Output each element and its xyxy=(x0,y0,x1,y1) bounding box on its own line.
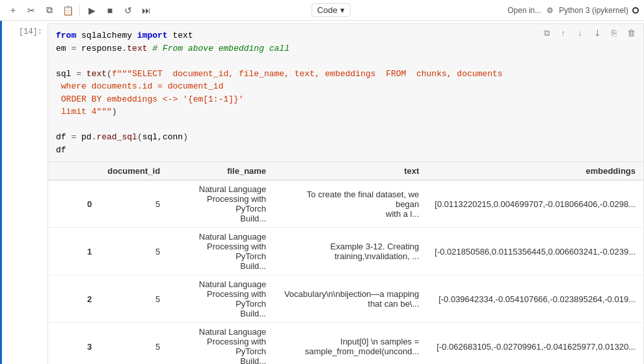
run-button[interactable]: ▶ xyxy=(84,3,100,18)
col-header-embeddings: embeddings xyxy=(427,162,643,180)
restart-button[interactable]: ↺ xyxy=(120,3,136,18)
cell-type-label: Code xyxy=(317,5,338,15)
kernel-circle-icon xyxy=(632,7,639,14)
divider xyxy=(79,5,80,16)
move-up-icon[interactable]: ↑ xyxy=(556,27,570,41)
table-row: 0 5 Natural LanguageProcessing with PyTo… xyxy=(48,180,643,228)
cut-button[interactable]: ✂ xyxy=(23,3,39,18)
cell-text-3: Input[0] \n samples =sample_from_model(u… xyxy=(274,323,427,365)
cell-idx-2: 2 xyxy=(48,275,100,323)
cell-doc-id-0: 5 xyxy=(100,180,168,228)
table-row: 2 5 Natural LanguageProcessing with PyTo… xyxy=(48,275,643,323)
table-row: 1 5 Natural LanguageProcessing with PyTo… xyxy=(48,228,643,275)
cell-text-1: Example 3-12. Creatingtraining,\nvalidat… xyxy=(274,228,427,275)
table-row: 3 5 Natural LanguageProcessing with PyTo… xyxy=(48,323,643,365)
code-line-2: em = response.text # From above embeddin… xyxy=(56,44,289,53)
code-line-6: limit 4""") xyxy=(56,107,117,117)
toolbar-center: Code ▾ xyxy=(158,3,503,17)
dataframe-table: document_id file_name text embeddings 0 … xyxy=(48,162,643,364)
cell-embeddings-2: [-0.039642334,-0.054107666,-0.023895264,… xyxy=(427,275,643,323)
stop-button[interactable]: ■ xyxy=(102,3,118,18)
move-down-icon[interactable]: ↓ xyxy=(573,27,587,41)
cell-doc-id-2: 5 xyxy=(100,275,168,323)
cell-content-14: ⧉ ↑ ↓ ⤓ ⎘ 🗑 from sqlalchemy import text … xyxy=(47,21,644,364)
code-cell-14: [14]: ⧉ ↑ ↓ ⤓ ⎘ 🗑 from sqlalchemy import… xyxy=(0,21,644,364)
add-cell-above-button[interactable]: ＋ xyxy=(5,3,21,18)
cell-embeddings-3: [-0.062683105,-0.02709961,-0.041625977,0… xyxy=(427,323,643,365)
cell-embeddings-0: [0.0113220215,0.004699707,-0.018066406,-… xyxy=(427,180,643,228)
table-header-row: document_id file_name text embeddings xyxy=(48,162,643,180)
delete-icon[interactable]: 🗑 xyxy=(624,27,638,41)
cell-file-name-3: Natural LanguageProcessing with PyTorchB… xyxy=(168,323,274,365)
code-line-4: where documents.id = document_id xyxy=(56,81,223,91)
code-line-7: df = pd.read_sql(sql,conn) xyxy=(56,132,188,142)
cell-doc-id-3: 5 xyxy=(100,323,168,365)
cell-file-name-2: Natural LanguageProcessing with PyTorchB… xyxy=(168,275,274,323)
code-line-1: from sqlalchemy import text xyxy=(56,31,193,40)
copy-cell-icon[interactable]: ⧉ xyxy=(539,27,554,41)
cell-number-14: [14]: xyxy=(2,21,47,364)
col-header-file-name: file_name xyxy=(168,162,274,180)
cell-file-name-0: Natural LanguageProcessing with PyTorchB… xyxy=(168,180,274,228)
cell-doc-id-1: 5 xyxy=(100,228,168,275)
paste-button[interactable]: 📋 xyxy=(60,3,75,18)
download-icon[interactable]: ⤓ xyxy=(590,27,604,41)
cell-idx-3: 3 xyxy=(48,323,100,365)
cell-embeddings-1: [-0.021850586,0.0115356445,0.006603241,-… xyxy=(427,228,643,275)
toolbar-left: ＋ ✂ ⧉ 📋 ▶ ■ ↺ ⏭ xyxy=(5,3,154,18)
code-line-8: df xyxy=(56,145,66,155)
output-14: document_id file_name text embeddings 0 … xyxy=(47,162,644,364)
chevron-down-icon: ▾ xyxy=(340,5,345,15)
notebook-toolbar: ＋ ✂ ⧉ 📋 ▶ ■ ↺ ⏭ Code ▾ Open in... ⚙ Pyth… xyxy=(0,0,644,21)
fast-forward-button[interactable]: ⏭ xyxy=(139,3,154,18)
cell-idx-0: 0 xyxy=(48,180,100,228)
col-header-index xyxy=(48,162,100,180)
code-line-3: sql = text(f"""SELECT document_id, file_… xyxy=(56,69,503,79)
cell-idx-1: 1 xyxy=(48,228,100,275)
cell-type-select[interactable]: Code ▾ xyxy=(312,3,351,17)
code-line-5: ORDER BY embeddings <-> '{em[1:-1]}' xyxy=(56,94,244,104)
notebook-body: [14]: ⧉ ↑ ↓ ⤓ ⎘ 🗑 from sqlalchemy import… xyxy=(0,21,644,364)
cell-toolbar-14: ⧉ ↑ ↓ ⤓ ⎘ 🗑 xyxy=(539,27,638,41)
copy-button[interactable]: ⧉ xyxy=(42,3,57,18)
share-icon[interactable]: ⎘ xyxy=(607,27,621,41)
kernel-status: Python 3 (ipykernel) xyxy=(559,6,639,15)
settings-icon[interactable]: ⚙ xyxy=(546,6,554,15)
cell-file-name-1: Natural LanguageProcessing with PyTorchB… xyxy=(168,228,274,275)
toolbar-right: Open in... ⚙ Python 3 (ipykernel) xyxy=(507,6,639,15)
col-header-text: text xyxy=(274,162,427,180)
cell-text-0: To create the final dataset, we beganwit… xyxy=(274,180,427,228)
kernel-name: Python 3 (ipykernel) xyxy=(559,6,628,15)
open-in-label: Open in... xyxy=(507,6,541,15)
cell-text-2: Vocabulary\n\nbijection—a mappingthat ca… xyxy=(274,275,427,323)
col-header-document-id: document_id xyxy=(100,162,168,180)
code-editor-14[interactable]: ⧉ ↑ ↓ ⤓ ⎘ 🗑 from sqlalchemy import text … xyxy=(47,23,644,162)
